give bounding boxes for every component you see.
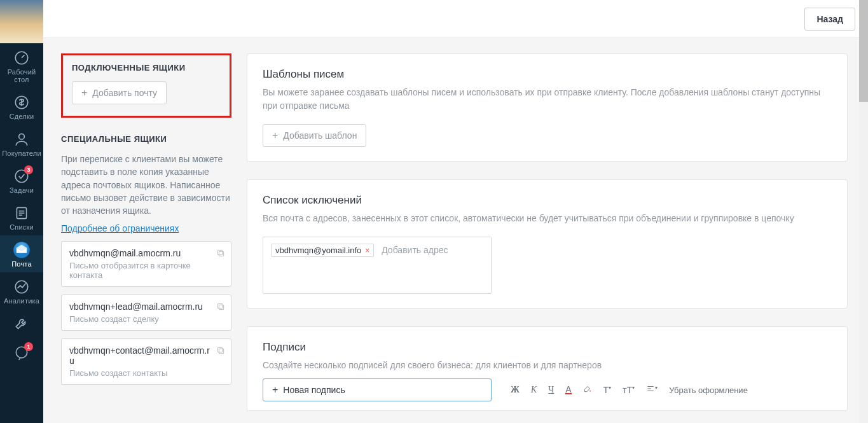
nav-item-lists[interactable]: Списки xyxy=(0,198,43,235)
exclusions-card: Список исключений Вся почта с адресов, з… xyxy=(247,179,848,309)
gauge-icon xyxy=(0,49,43,67)
nav-label: Списки xyxy=(0,223,43,231)
font-size-large-button[interactable]: тT▾ xyxy=(623,385,635,395)
connected-title: Подключенные ящики xyxy=(72,63,221,73)
nav-item-deals[interactable]: Сделки xyxy=(0,88,43,125)
box-desc: Письмо создаст сделку xyxy=(69,314,212,324)
sign-sub: Создайте несколько подписей для своего б… xyxy=(263,359,832,372)
plus-icon: + xyxy=(272,130,278,141)
svg-rect-7 xyxy=(219,252,223,256)
sign-title: Подписи xyxy=(263,341,832,354)
text-color-button[interactable]: A xyxy=(565,385,571,395)
svg-rect-10 xyxy=(217,304,222,309)
avatar[interactable] xyxy=(0,0,43,43)
box-desc: Письмо отобразится в карточке контакта xyxy=(69,261,212,280)
nav-item-settings[interactable] xyxy=(0,309,43,338)
plus-icon: + xyxy=(272,385,278,395)
header: Назад xyxy=(43,0,868,38)
copy-icon[interactable] xyxy=(216,345,226,356)
nav-label: Задачи xyxy=(0,186,43,194)
nav-item-buyers[interactable]: Покупатели xyxy=(0,125,43,162)
badge: 1 xyxy=(24,342,33,351)
exclusions-input[interactable]: vbdhvmqn@yomail.info × Добавить адрес xyxy=(263,237,492,294)
check-circle-icon xyxy=(0,167,43,185)
box-address: vbdhvmqn+contact@mail.amocrm.ru xyxy=(69,345,212,366)
signatures-card: Подписи Создайте несколько подписей для … xyxy=(247,326,848,411)
wrench-icon xyxy=(0,315,43,333)
mail-icon xyxy=(0,241,43,259)
bold-button[interactable]: Ж xyxy=(511,385,520,395)
connected-mailboxes-highlight: Подключенные ящики + Добавить почту xyxy=(61,53,231,118)
copy-icon[interactable] xyxy=(216,248,226,258)
font-size-small-button[interactable]: T▾ xyxy=(603,385,612,395)
templates-title: Шаблоны писем xyxy=(263,68,832,81)
nav-item-mail[interactable]: Почта xyxy=(0,235,43,272)
special-box[interactable]: vbdhvmqn+contact@mail.amocrm.ru Письмо с… xyxy=(61,338,231,385)
analytics-icon xyxy=(0,278,43,296)
add-mail-label: Добавить почту xyxy=(92,88,157,98)
add-template-button[interactable]: + Добавить шаблон xyxy=(263,124,366,147)
box-desc: Письмо создаст контакты xyxy=(69,368,212,378)
nav-item-analytics[interactable]: Аналитика xyxy=(0,272,43,309)
list-icon xyxy=(0,204,43,222)
left-nav: Рабочийстол Сделки Покупатели 3 Задачи С… xyxy=(0,0,43,423)
dollar-icon xyxy=(0,94,43,111)
box-address: vbdhvmqn@mail.amocrm.ru xyxy=(69,248,212,258)
main: Назад Подключенные ящики + Добавить почт… xyxy=(43,0,868,423)
nav-item-chat[interactable]: 1 xyxy=(0,338,43,368)
special-box[interactable]: vbdhvmqn@mail.amocrm.ru Письмо отобразит… xyxy=(61,241,231,287)
italic-button[interactable]: К xyxy=(531,385,537,395)
scrollbar[interactable] xyxy=(859,0,868,423)
align-button[interactable]: ▾ xyxy=(646,384,658,396)
clear-format-button[interactable]: Убрать оформление xyxy=(669,385,748,395)
email-tag[interactable]: vbdhvmqn@yomail.info × xyxy=(271,244,374,257)
special-desc: При переписке с клиентами вы можете подс… xyxy=(61,153,231,217)
add-mail-button[interactable]: + Добавить почту xyxy=(72,81,167,104)
remove-tag-icon[interactable]: × xyxy=(365,246,369,255)
scroll-thumb[interactable] xyxy=(859,0,868,102)
svg-rect-11 xyxy=(219,349,223,354)
nav-label: Сделки xyxy=(0,113,43,120)
back-button[interactable]: Назад xyxy=(804,8,855,31)
copy-icon[interactable] xyxy=(216,302,226,312)
nav-label: Покупатели xyxy=(0,149,43,157)
svg-rect-8 xyxy=(217,251,222,255)
editor-toolbar: Ж К Ч A T▾ тT▾ ▾ Убрать оформление xyxy=(511,378,832,401)
svg-rect-12 xyxy=(217,348,222,352)
excl-title: Список исключений xyxy=(263,194,832,207)
nav-label: Аналитика xyxy=(0,297,43,305)
special-box[interactable]: vbdhvmqn+lead@mail.amocrm.ru Письмо созд… xyxy=(61,295,231,331)
underline-button[interactable]: Ч xyxy=(548,385,554,395)
badge: 3 xyxy=(24,165,33,174)
nav-label: Почта xyxy=(0,260,43,268)
nav-label: Рабочийстол xyxy=(0,68,43,83)
nav-item-dashboard[interactable]: Рабочийстол xyxy=(0,43,43,88)
plus-icon: + xyxy=(81,88,87,98)
more-limits-link[interactable]: Подробнее об ограничениях xyxy=(61,223,179,233)
nav-item-tasks[interactable]: 3 Задачи xyxy=(0,162,43,198)
templates-sub: Вы можете заранее создавать шаблоны писе… xyxy=(263,86,832,113)
templates-card: Шаблоны писем Вы можете заранее создават… xyxy=(247,53,848,162)
new-signature-button[interactable]: + Новая подпись xyxy=(263,378,492,401)
add-address-placeholder: Добавить адрес xyxy=(382,245,448,255)
special-title: Специальные ящики xyxy=(61,134,231,144)
new-signature-label: Новая подпись xyxy=(283,385,345,395)
email-tag-text: vbdhvmqn@yomail.info xyxy=(275,246,361,255)
svg-rect-9 xyxy=(219,305,223,310)
chat-icon xyxy=(0,344,43,362)
excl-sub: Вся почта с адресов, занесенных в этот с… xyxy=(263,212,832,225)
add-template-label: Добавить шаблон xyxy=(283,130,357,141)
user-icon xyxy=(0,130,43,148)
fill-color-button[interactable] xyxy=(583,384,592,396)
box-address: vbdhvmqn+lead@mail.amocrm.ru xyxy=(69,302,212,312)
